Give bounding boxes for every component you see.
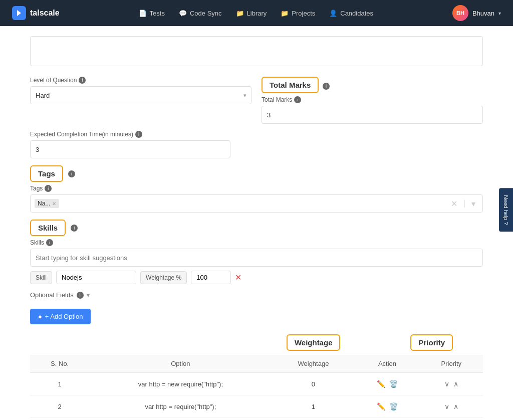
nav-projects[interactable]: 📁 Projects — [281, 10, 315, 17]
candidates-icon: 👤 — [329, 10, 337, 17]
tags-text-input[interactable] — [62, 200, 445, 207]
cell-action: ✏️ 🗑️ — [355, 395, 419, 418]
table-header-row: S. No. Option Weightage Action Priority — [30, 355, 483, 373]
cell-option: var http = new require("http"); — [89, 373, 272, 395]
avatar-initials: BH — [456, 10, 464, 16]
level-info-icon[interactable]: i — [79, 77, 86, 84]
need-help-label: Need help ? — [503, 195, 509, 225]
time-info-icon[interactable]: i — [135, 131, 142, 138]
cell-sno: 1 — [30, 373, 89, 395]
priority-down-icon[interactable]: ∨ — [444, 380, 449, 388]
codesync-icon: 💬 — [179, 10, 187, 17]
col-weightage: Weightage — [272, 355, 355, 373]
total-marks-field-info-icon[interactable]: i — [294, 96, 301, 103]
tags-dropdown-icon[interactable]: ▾ — [468, 199, 478, 208]
nav-library[interactable]: 📁 Library — [236, 10, 267, 17]
skills-search-input[interactable] — [30, 249, 483, 267]
avatar: BH — [452, 5, 468, 21]
skills-label-row: Skills i — [30, 220, 483, 236]
tags-clear-icon[interactable]: ✕ — [448, 199, 460, 208]
add-option-button[interactable]: ● + Add Option — [30, 309, 91, 324]
table-row: 2 var http = require("http"); 1 ✏️ 🗑️ ∨ … — [30, 395, 483, 418]
priority-up-icon[interactable]: ∧ — [453, 380, 458, 388]
optional-info-icon[interactable]: i — [77, 292, 84, 299]
tags-info-icon[interactable]: i — [68, 170, 75, 177]
add-option-label: + Add Option — [45, 313, 83, 320]
total-marks-section: Total Marks i Total Marks i — [262, 77, 483, 124]
tag-remove-icon[interactable]: ✕ — [52, 201, 56, 206]
table-row: 1 var http = new require("http"); 0 ✏️ 🗑… — [30, 373, 483, 395]
cell-action: ✏️ 🗑️ — [355, 418, 419, 421]
edit-icon[interactable]: ✏️ — [377, 380, 385, 388]
svg-marker-0 — [17, 10, 21, 16]
col-action: Action — [355, 355, 419, 373]
optional-chevron-icon: ▾ — [87, 292, 90, 299]
edit-icon[interactable]: ✏️ — [377, 402, 385, 410]
priority-up-icon[interactable]: ∧ — [453, 402, 458, 410]
brand-name: talscale — [30, 9, 60, 18]
cell-action: ✏️ 🗑️ — [355, 373, 419, 395]
weightage-value-input[interactable] — [191, 271, 231, 284]
optional-fields[interactable]: Optional Fields i ▾ — [30, 291, 483, 299]
cell-priority: ∨ ∧ — [420, 373, 483, 395]
weightage-highlight: Weightage — [287, 334, 341, 351]
brand-logo[interactable]: talscale — [12, 6, 60, 20]
tests-icon: 📄 — [139, 10, 147, 17]
level-label: Level of Question i — [30, 77, 251, 84]
tags-input-wrapper[interactable]: Na... ✕ ✕ | ▾ — [30, 194, 483, 213]
nav-tests[interactable]: 📄 Tests — [139, 10, 165, 17]
delete-icon[interactable]: 🗑️ — [389, 380, 398, 388]
level-select-wrapper: Easy Medium Hard — [30, 86, 251, 104]
navbar: talscale 📄 Tests 💬 Code Sync 📁 Library 📁… — [0, 0, 513, 26]
col-priority: Priority — [420, 355, 483, 373]
header-highlights: Weightage Priority — [30, 334, 483, 351]
tag-chip: Na... ✕ — [35, 199, 59, 208]
skill-label-box: Skill — [30, 271, 52, 284]
tag-text: Na... — [38, 200, 50, 207]
nav-menu: 📄 Tests 💬 Code Sync 📁 Library 📁 Projects… — [139, 10, 373, 17]
total-marks-label: Total Marks i — [262, 96, 483, 103]
skills-info-icon[interactable]: i — [71, 225, 78, 232]
nav-projects-label: Projects — [292, 10, 315, 17]
skill-remove-icon[interactable]: ✕ — [235, 273, 241, 282]
total-marks-info-icon[interactable]: i — [323, 83, 330, 90]
skill-name-input[interactable] — [56, 271, 136, 284]
user-dropdown-icon: ▾ — [498, 11, 501, 16]
skills-field-info-icon[interactable]: i — [46, 239, 53, 246]
question-textarea[interactable] — [30, 36, 483, 66]
cell-sno: 3 — [30, 418, 89, 421]
user-name: Bhuvan — [472, 10, 494, 17]
need-help-button[interactable]: Need help ? — [499, 188, 513, 232]
brand-icon — [12, 6, 26, 20]
tags-field-label: Tags i — [30, 185, 483, 192]
time-label: Expected Completion Time(in minutes) i — [30, 131, 483, 138]
tags-field-info-icon[interactable]: i — [45, 185, 52, 192]
total-marks-highlight: Total Marks — [262, 77, 319, 93]
weightage-label-box: Weightage % — [140, 271, 187, 284]
tags-separator: | — [460, 199, 468, 208]
user-menu[interactable]: BH Bhuvan ▾ — [452, 5, 501, 21]
skill-row: Skill Weightage % ✕ — [30, 271, 483, 284]
level-col: Level of Question i Easy Medium Hard — [30, 77, 251, 111]
cell-sno: 2 — [30, 395, 89, 418]
col-option: Option — [89, 355, 272, 373]
nav-library-label: Library — [247, 10, 267, 17]
optional-label: Optional Fields — [30, 291, 74, 299]
cell-priority: ∨ ∧ — [420, 418, 483, 421]
level-select[interactable]: Easy Medium Hard — [30, 86, 251, 104]
delete-icon[interactable]: 🗑️ — [389, 402, 398, 410]
time-input[interactable] — [30, 140, 230, 158]
table-header-area: Weightage Priority S. No. Option Weighta… — [30, 334, 483, 420]
cell-weightage: 0 — [272, 373, 355, 395]
nav-codesync[interactable]: 💬 Code Sync — [179, 10, 222, 17]
tags-dividers: ✕ | ▾ — [448, 199, 478, 208]
nav-candidates[interactable]: 👤 Candidates — [329, 10, 373, 17]
skills-field-label: Skills i — [30, 239, 483, 246]
priority-down-icon[interactable]: ∨ — [444, 402, 449, 410]
cell-weightage: 1 — [272, 395, 355, 418]
tags-section: Tags i Tags i Na... ✕ ✕ | ▾ — [30, 165, 483, 213]
total-marks-input[interactable] — [262, 106, 483, 124]
cell-option: var http = require("http"); — [89, 395, 272, 418]
cell-option: var http = new http(); — [89, 418, 272, 421]
library-icon: 📁 — [236, 10, 244, 17]
